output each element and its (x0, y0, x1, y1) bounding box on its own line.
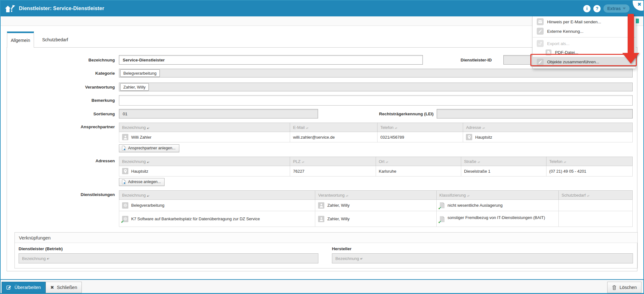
hersteller-column-header[interactable]: Bezeichnung▴▾ (332, 253, 633, 263)
verantwortung-chip: Zahler, Willy (120, 83, 149, 91)
menu-separator (533, 37, 636, 37)
service-classification: sonstiger Fremdbezug von IT-Dienstleistu… (448, 215, 545, 220)
edit-icon (537, 28, 544, 35)
ueberarbeiten-button[interactable]: Überarbeiten (2, 282, 46, 293)
window-close-button[interactable]: ✖ (633, 0, 644, 11)
extras-button[interactable]: Extras (603, 4, 630, 13)
sortierung-input[interactable] (119, 109, 318, 118)
person-icon (318, 216, 324, 222)
col-header-telefon[interactable]: Telefon▴▾ (377, 123, 463, 132)
extras-label: Extras (607, 6, 621, 11)
trash-icon (612, 285, 617, 290)
edit-pencil-icon (6, 285, 12, 290)
service-gear-check-icon: ✔ (122, 216, 128, 222)
close-x-icon: ✖ (50, 285, 54, 290)
person-icon (318, 202, 324, 209)
bemerkung-label: Bemerkung (7, 98, 115, 103)
contact-name: Willi Zahler (131, 135, 151, 140)
adressen-table: Bezeichnung▴▾ PLZ▴▾ Ort▴▾ Straße▴▾ Telef… (119, 157, 633, 176)
hersteller-label: Hersteller (332, 246, 633, 251)
footer-bar: Überarbeiten ✖ Schließen Löschen (1, 279, 643, 294)
table-row[interactable]: Belegverarbeitung Zahler, Willy ✔ (119, 200, 633, 211)
person-icon (122, 134, 128, 140)
help-icon[interactable]: ? (593, 5, 601, 12)
ansprechpartner-anlegen-button[interactable]: Ansprechpartner anlegen... (119, 144, 179, 152)
email-icon (537, 18, 544, 25)
adresse-anlegen-button[interactable]: Adresse anlegen... (119, 178, 165, 186)
content-panel: Bezeichnung Dienstleister-ID Kategorie B… (7, 47, 637, 271)
col-header-ort[interactable]: Ort▴▾ (376, 157, 461, 166)
location-icon (466, 134, 472, 140)
page-title: Dienstleister: Service-Dienstleister (19, 6, 104, 11)
col-header-bezeichnung[interactable]: Bezeichnung▴▾ (119, 157, 290, 166)
close-icon: ✖ (637, 2, 641, 7)
menu-item-export-als[interactable]: Export als... (533, 39, 636, 48)
classification-check-icon: ✔ (440, 202, 445, 209)
dienstleister-betrieb-column-header[interactable]: Bezeichnung▴▾ (19, 253, 318, 263)
service-owner: Zahler, Willy (327, 216, 350, 221)
col-header-telefon[interactable]: Telefon▴▾ (546, 157, 632, 166)
col-header-email[interactable]: E-Mail▴▾ (290, 123, 377, 132)
menu-item-externe-kennung[interactable]: Externe Kennung... (533, 26, 636, 36)
col-header-schutzbedarf[interactable]: Schutzbedarf▴▾ (558, 191, 632, 200)
col-header-verantwortung[interactable]: Verantwortung▴▾ (315, 191, 436, 200)
lei-input[interactable] (437, 109, 633, 118)
dienstleistungen-label: Dienstleistungen (7, 190, 115, 197)
kategorie-field[interactable]: Belegverarbeitung (119, 69, 633, 78)
app-window: Dienstleister: Service-Dienstleister i ?… (0, 0, 644, 294)
col-header-klassifizierung[interactable]: Klassifizierung▴▾ (436, 191, 558, 200)
add-document-icon (122, 146, 126, 151)
service-classification: nicht wesentliche Auslagerung (448, 203, 503, 208)
chevron-down-icon (623, 8, 626, 9)
address-name: Hauptsitz (131, 169, 148, 174)
dienstleistungen-table: Bezeichnung▴▾ Verantwortung▴▾ Klassifizi… (119, 190, 633, 227)
address-strasse: Dieselstraße 1 (464, 169, 490, 174)
col-header-strasse[interactable]: Straße▴▾ (461, 157, 546, 166)
address-ort: Karlsruhe (379, 169, 396, 174)
schliessen-button[interactable]: ✖ Schließen (46, 282, 82, 293)
table-row[interactable]: ✔ K7 Software auf Bankarbeitsplatz für D… (119, 211, 633, 227)
verknuepfungen-section: Verknüpfungen Dienstleister (Betrieb) Be… (14, 232, 638, 268)
loeschen-button[interactable]: Löschen (607, 282, 641, 293)
table-row[interactable]: Willi Zahler willi.zahler@service.de 032… (119, 132, 633, 142)
verantwortung-label: Verantwortung (7, 85, 115, 89)
service-owner: Zahler, Willy (327, 203, 350, 208)
adressen-label: Adressen (7, 157, 115, 163)
dienstleister-id-label: Dienstleister-ID (423, 58, 492, 62)
lei-label: Rechtsträgerkennung (LEI) (318, 112, 434, 116)
tab-schutzbedarf[interactable]: Schutzbedarf (34, 32, 76, 48)
contact-email: willi.zahler@service.de (293, 135, 334, 140)
table-row[interactable]: Hauptsitz 76227 Karlsruhe Dieselstraße 1… (119, 166, 633, 176)
col-header-adresse[interactable]: Adresse▴▾ (463, 123, 633, 132)
verknuepfungen-title: Verknüpfungen (15, 233, 637, 243)
title-bar: Dienstleister: Service-Dienstleister i ?… (1, 1, 643, 16)
kategorie-label: Kategorie (7, 71, 115, 76)
contact-phone: 0321/456789 (380, 135, 404, 140)
verantwortung-field[interactable]: Zahler, Willy (119, 83, 633, 91)
bemerkung-input[interactable] (119, 95, 633, 106)
address-telefon: (07 21) 49 05 - 4201 (549, 169, 586, 174)
dienstleister-home-icon (5, 3, 15, 14)
annotation-highlight-box (530, 54, 637, 66)
bezeichnung-label: Bezeichnung (7, 58, 115, 62)
info-icon[interactable]: i (583, 5, 591, 12)
service-name: K7 Software auf Bankarbeitsplatz für Dat… (131, 216, 260, 221)
location-icon (122, 168, 128, 174)
col-header-bezeichnung[interactable]: Bezeichnung▴▾ (119, 123, 290, 132)
col-header-plz[interactable]: PLZ▴▾ (290, 157, 376, 166)
contact-address: Hauptsitz (475, 135, 492, 140)
address-plz: 76227 (293, 169, 304, 174)
dienstleister-betrieb-label: Dienstleister (Betrieb) (19, 246, 318, 251)
ansprechpartner-table: Bezeichnung▴▾ E-Mail▴▾ Telefon▴▾ Adresse… (119, 123, 633, 142)
export-icon (537, 40, 544, 47)
menu-item-hinweis-email[interactable]: Hinweis per E-Mail senden... (533, 17, 636, 26)
col-header-bezeichnung[interactable]: Bezeichnung▴▾ (119, 191, 315, 200)
classification-check-icon: ✔ (440, 216, 445, 222)
service-name: Belegverarbeitung (131, 203, 165, 208)
ansprechpartner-label: Ansprechpartner (7, 123, 115, 129)
kategorie-chip: Belegverarbeitung (120, 69, 160, 77)
tab-allgemein[interactable]: Allgemein (7, 32, 34, 48)
bezeichnung-input[interactable] (119, 55, 423, 65)
add-document-icon (122, 179, 126, 184)
sortierung-label: Sortierung (7, 112, 115, 116)
